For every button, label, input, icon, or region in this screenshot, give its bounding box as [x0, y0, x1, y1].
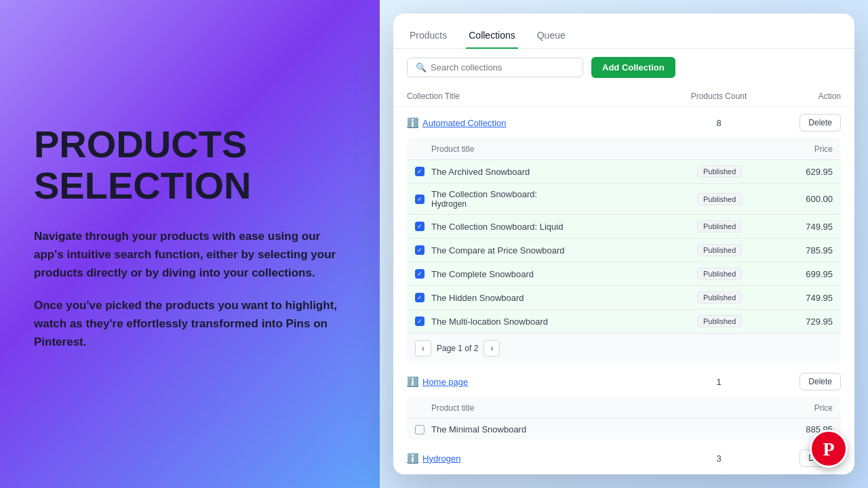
sub-row: The Complete Snowboard Published 699.95	[407, 262, 841, 286]
collection-row-hydrogen: ℹ️ Hydrogen 3 Delete	[407, 443, 841, 474]
checkbox-archived[interactable]	[415, 167, 425, 176]
tab-bar: Products Collections Queue	[393, 14, 854, 49]
price-complete: 699.95	[778, 269, 833, 279]
checkbox-compare[interactable]	[415, 245, 425, 255]
checkbox-hydrogen[interactable]	[415, 195, 425, 204]
sub-table-homepage: Product title Price The Minimal Snowboar…	[407, 398, 841, 440]
sub-col-price: Price	[778, 144, 833, 154]
price-compare: 785.95	[778, 245, 833, 256]
sub-row: The Compare at Price Snowboard Published…	[407, 239, 841, 262]
pinterest-button[interactable]: P	[810, 430, 848, 468]
col-count-header: Products Count	[665, 92, 773, 101]
sub-row: The Collection Snowboard: Liquid Publish…	[407, 215, 841, 239]
next-page-button[interactable]: ›	[484, 340, 500, 357]
checkbox-complete[interactable]	[415, 269, 425, 279]
content-area: ℹ️ Automated Collection 8 Delete Product…	[393, 107, 854, 474]
pagination: ‹ Page 1 of 2 ›	[407, 333, 841, 363]
price-liquid: 749.95	[778, 222, 833, 232]
sub-header-homepage: Product title Price	[407, 398, 841, 419]
collection-title-automated[interactable]: ℹ️ Automated Collection	[407, 117, 665, 128]
status-badge: Published	[697, 268, 742, 280]
sub-col-title: Product title	[431, 144, 697, 154]
price-hydrogen: 600.00	[778, 194, 833, 204]
sub-row: The Hidden Snowboard Published 749.95	[407, 286, 841, 310]
search-icon: 🔍	[416, 62, 427, 73]
col-title-header: Collection Title	[407, 92, 665, 101]
tab-queue[interactable]: Queue	[534, 24, 568, 49]
app-window: Products Collections Queue 🔍 Add Collect…	[393, 14, 854, 474]
hero-paragraph-2: Once you've picked the products you want…	[34, 296, 346, 352]
checkbox-liquid[interactable]	[415, 222, 425, 231]
collection-row-automated: ℹ️ Automated Collection 8 Delete	[407, 107, 841, 139]
search-input[interactable]	[431, 62, 574, 73]
delete-automated-button[interactable]: Delete	[800, 114, 841, 131]
pinterest-icon: P	[823, 440, 834, 459]
collection-action-homepage: Delete	[773, 373, 841, 390]
sub-row: The Multi-location Snowboard Published 7…	[407, 310, 841, 333]
collection-title-hydrogen[interactable]: ℹ️ Hydrogen	[407, 453, 665, 464]
right-panel: Products Collections Queue 🔍 Add Collect…	[380, 0, 868, 488]
page-info: Page 1 of 2	[437, 344, 478, 353]
delete-homepage-button[interactable]: Delete	[800, 373, 841, 390]
collection-row-homepage: ℹ️ Home page 1 Delete	[407, 366, 841, 398]
status-badge: Published	[697, 244, 742, 256]
toolbar: 🔍 Add Collection	[393, 49, 854, 86]
price-archived: 629.95	[778, 167, 833, 177]
status-badge: Published	[697, 291, 742, 304]
add-collection-button[interactable]: Add Collection	[591, 57, 675, 78]
collection-count-homepage: 1	[665, 377, 773, 387]
status-badge: Published	[697, 315, 742, 327]
info-icon: ℹ️	[407, 376, 418, 387]
tab-collections[interactable]: Collections	[466, 24, 517, 49]
table-header: Collection Title Products Count Action	[393, 86, 854, 107]
tab-products[interactable]: Products	[407, 24, 450, 49]
info-icon: ℹ️	[407, 453, 418, 464]
price-hidden: 749.95	[778, 293, 833, 303]
sub-row: The Archived Snowboard Published 629.95	[407, 160, 841, 184]
search-box[interactable]: 🔍	[407, 58, 583, 77]
collection-title-homepage[interactable]: ℹ️ Home page	[407, 376, 665, 387]
col-action-header: Action	[773, 92, 841, 101]
checkbox-minimal[interactable]	[415, 425, 425, 434]
sub-row: The Minimal Snowboard 885.95	[407, 419, 841, 440]
collection-action-automated: Delete	[773, 114, 841, 131]
sub-header-automated: Product title Price	[407, 139, 841, 160]
prev-page-button[interactable]: ‹	[415, 340, 431, 357]
collection-count-hydrogen: 3	[665, 453, 773, 464]
hero-paragraph-1: Navigate through your products with ease…	[34, 227, 346, 283]
checkbox-multiloc[interactable]	[415, 317, 425, 326]
sub-col-title: Product title	[431, 403, 697, 413]
status-badge: Published	[697, 165, 742, 178]
info-icon: ℹ️	[407, 117, 418, 128]
status-badge: Published	[697, 220, 742, 232]
checkbox-hidden[interactable]	[415, 293, 425, 302]
sub-col-price: Price	[778, 403, 833, 413]
collection-count-automated: 8	[665, 118, 773, 128]
status-badge: Published	[697, 193, 742, 205]
left-panel: PRODUCTS SELECTION Navigate through your…	[0, 0, 380, 488]
sub-row: The Collection Snowboard: Hydrogen Publi…	[407, 184, 841, 215]
hero-heading: PRODUCTS SELECTION	[34, 123, 346, 207]
price-multiloc: 729.95	[778, 317, 833, 327]
sub-table-automated: Product title Price The Archived Snowboa…	[407, 139, 841, 363]
